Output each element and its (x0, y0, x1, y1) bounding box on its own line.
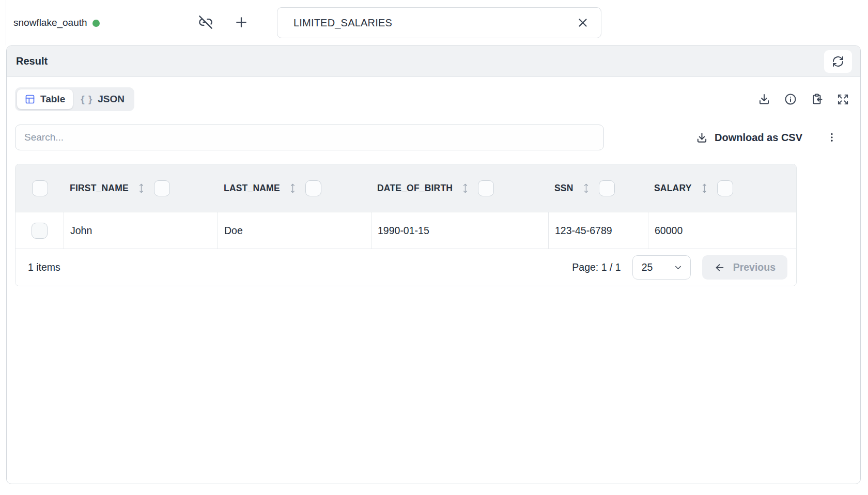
view-switch: Table { } JSON (15, 87, 134, 111)
download-icon (696, 132, 708, 144)
sort-icon[interactable] (583, 182, 590, 194)
close-tab-button[interactable] (576, 16, 590, 29)
table-icon (25, 94, 35, 104)
topbar: snowflake_oauth LIMITED_SALARIES (0, 0, 868, 45)
sort-icon[interactable] (701, 182, 708, 194)
row-checkbox[interactable] (32, 223, 48, 239)
column-checkbox[interactable] (305, 180, 321, 196)
sort-icon[interactable] (462, 182, 469, 194)
link-off-icon (198, 15, 213, 29)
cell-last_name[interactable]: Doe (218, 212, 371, 249)
table-body: JohnDoe1990-01-15123-45-678960000 (16, 212, 796, 249)
column-checkbox[interactable] (32, 180, 48, 196)
column-label: SALARY (654, 183, 692, 194)
cell-date_of_birth[interactable]: 1990-01-15 (371, 212, 549, 249)
expand-result-button[interactable] (837, 94, 849, 105)
result-header: Result (7, 46, 860, 77)
query-result-screen: snowflake_oauth LIMITED_SALARIES Result (0, 0, 868, 495)
column-checkbox[interactable] (478, 180, 494, 196)
download-csv-label: Download as CSV (715, 132, 802, 144)
table-row[interactable]: JohnDoe1990-01-15123-45-678960000 (16, 212, 796, 249)
copy-result-button[interactable] (811, 93, 823, 105)
page-size-value: 25 (642, 261, 668, 273)
refresh-icon (832, 55, 844, 68)
tab-json-label: JSON (98, 94, 125, 105)
column-header-date_of_birth[interactable]: DATE_OF_BIRTH (371, 180, 549, 196)
tab-table-label: Table (40, 94, 65, 105)
download-csv-button[interactable]: Download as CSV (696, 132, 802, 144)
plus-icon (234, 14, 249, 30)
page-size-select[interactable]: 25 (632, 255, 691, 280)
column-label: DATE_OF_BIRTH (377, 183, 453, 194)
table-header-row: FIRST_NAME LAST_NAME DATE_OF_BIRTH SSN S… (16, 164, 796, 212)
page-indicator: Page: 1 / 1 (572, 261, 621, 273)
tab-json-view[interactable]: { } JSON (73, 89, 132, 109)
column-checkbox[interactable] (717, 180, 733, 196)
result-info-button[interactable] (784, 93, 797, 105)
column-label: SSN (554, 183, 574, 194)
clipboard-import-icon (811, 93, 823, 105)
column-header-salary[interactable]: SALARY (648, 180, 796, 196)
table-footer: 1 items Page: 1 / 1 25 (16, 249, 796, 286)
refresh-button[interactable] (824, 50, 852, 73)
new-tab-button[interactable] (234, 14, 249, 30)
previous-page-label: Previous (733, 261, 776, 273)
kebab-menu-icon (826, 131, 838, 144)
column-label: LAST_NAME (224, 183, 280, 194)
download-icon (758, 93, 770, 105)
result-title: Result (16, 55, 48, 67)
result-toolbar (758, 93, 852, 105)
select-all-cell (16, 180, 64, 196)
previous-page-button[interactable]: Previous (702, 255, 787, 280)
connection-status-dot (92, 20, 100, 27)
braces-icon: { } (81, 94, 92, 105)
column-header-ssn[interactable]: SSN (549, 180, 648, 196)
sort-icon[interactable] (289, 182, 296, 194)
items-count: 1 items (28, 261, 60, 273)
column-header-first_name[interactable]: FIRST_NAME (64, 180, 218, 196)
tab-table-view[interactable]: Table (17, 89, 73, 109)
sort-icon[interactable] (138, 182, 145, 194)
disconnect-button[interactable] (198, 15, 213, 29)
column-header-last_name[interactable]: LAST_NAME (218, 180, 371, 196)
search-input[interactable] (15, 125, 604, 150)
download-result-button[interactable] (758, 93, 770, 105)
result-table: FIRST_NAME LAST_NAME DATE_OF_BIRTH SSN S… (15, 164, 797, 286)
result-body: Table { } JSON (7, 77, 860, 286)
cell-salary[interactable]: 60000 (648, 212, 796, 249)
column-checkbox[interactable] (599, 180, 615, 196)
row-select-cell (16, 212, 64, 249)
result-panel: Result Table (6, 45, 861, 484)
more-options-button[interactable] (826, 131, 838, 144)
arrow-left-icon (714, 262, 725, 273)
connection-name: snowflake_oauth (13, 17, 87, 28)
chevron-down-icon (673, 262, 683, 272)
info-icon (784, 93, 797, 105)
cell-ssn[interactable]: 123-45-6789 (549, 212, 648, 249)
column-label: FIRST_NAME (70, 183, 129, 194)
cell-first_name[interactable]: John (64, 212, 218, 249)
query-tab-title: LIMITED_SALARIES (293, 17, 392, 29)
connection-indicator: snowflake_oauth (13, 0, 100, 45)
column-checkbox[interactable] (154, 180, 170, 196)
expand-icon (837, 94, 849, 105)
close-icon (576, 16, 590, 29)
query-tab[interactable]: LIMITED_SALARIES (277, 7, 601, 38)
